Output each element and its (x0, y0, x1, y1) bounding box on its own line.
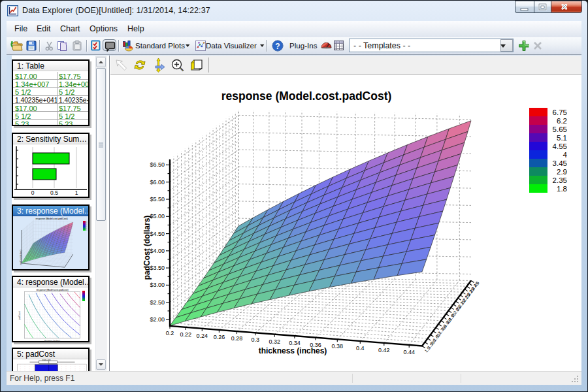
svg-text:padCost (dollars): padCost (dollars) (20, 250, 22, 265)
svg-text:0.42: 0.42 (378, 347, 390, 353)
svg-text:6.2: 6.2 (557, 117, 567, 125)
svg-text:0.3: 0.3 (252, 336, 260, 343)
svg-text:$3.00: $3.00 (150, 282, 165, 288)
svg-text:0.34: 0.34 (289, 340, 301, 346)
svg-text:2.35: 2.35 (553, 176, 567, 184)
svg-text:0.28: 0.28 (231, 335, 243, 342)
svg-text:0: 0 (31, 189, 35, 196)
svg-text:4.55: 4.55 (553, 142, 567, 150)
svg-text:$2.50: $2.50 (150, 299, 165, 306)
svg-text:$5.50: $5.50 (150, 196, 165, 203)
svg-text:0.44: 0.44 (403, 349, 415, 355)
svg-text:1: 1 (75, 189, 78, 196)
svg-text:response (Model.cost.padCost): response (Model.cost.padCost) (221, 90, 392, 103)
svg-text:0.22: 0.22 (180, 331, 191, 338)
svg-text:2.9: 2.9 (557, 168, 567, 176)
svg-text:?: ? (275, 42, 280, 51)
svg-text:4: 4 (563, 151, 568, 159)
svg-text:0.4: 0.4 (356, 345, 365, 351)
svg-text:$2.00: $2.00 (150, 316, 165, 323)
svg-text:$3.50: $3.50 (150, 265, 165, 271)
svg-text:5.65: 5.65 (553, 125, 567, 133)
svg-text:0.2: 0.2 (166, 330, 174, 336)
svg-text:$4.00: $4.00 (150, 248, 165, 254)
svg-text:0.5: 0.5 (50, 189, 58, 196)
svg-text:$4.50: $4.50 (150, 231, 165, 237)
svg-text:1.8: 1.8 (557, 185, 567, 193)
svg-text:0.26: 0.26 (214, 334, 225, 340)
svg-text:thickness (inches): thickness (inches) (259, 346, 327, 355)
svg-text:0.38: 0.38 (332, 343, 344, 350)
svg-text:0.24: 0.24 (197, 333, 208, 339)
svg-text:response (Model.cost.padCost): response (Model.cost.padCost) (36, 289, 68, 291)
svg-text:$5.00: $5.00 (150, 213, 165, 220)
svg-text:5.1: 5.1 (557, 134, 567, 142)
svg-text:thickness (inches): thickness (inches) (44, 340, 60, 342)
svg-text:6.75: 6.75 (553, 108, 567, 116)
svg-text:padCount: padCount (18, 311, 21, 319)
svg-text:$6.50: $6.50 (150, 161, 165, 168)
svg-text:padCost (dollars): padCost (dollars) (142, 216, 152, 280)
svg-text:0.32: 0.32 (269, 338, 280, 345)
svg-text:$6.00: $6.00 (150, 179, 165, 186)
svg-text:response (Model.cost.padCost): response (Model.cost.padCost) (35, 218, 67, 220)
svg-text:3.45: 3.45 (553, 159, 567, 167)
